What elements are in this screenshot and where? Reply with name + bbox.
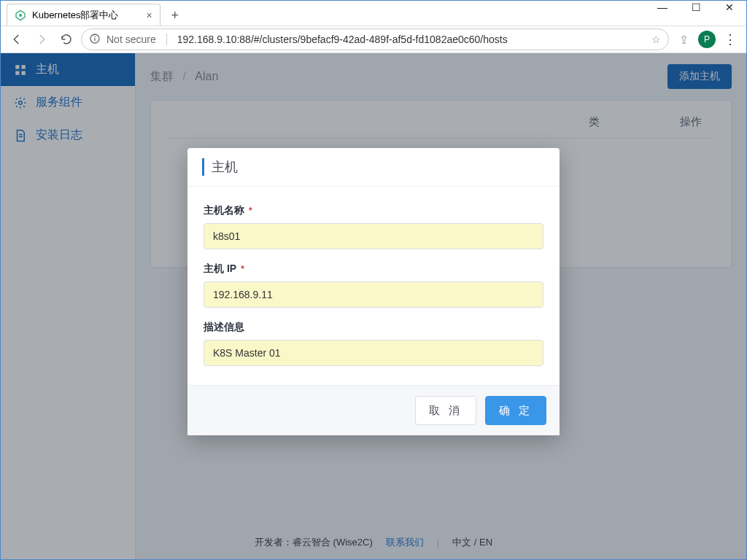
maximize-button[interactable]: ☐ [679, 0, 713, 18]
modal-title: 主机 [202, 158, 545, 176]
required-icon: * [241, 264, 244, 274]
desc-label: 描述信息 [204, 321, 543, 334]
reload-button[interactable] [56, 29, 77, 50]
url-text: 192.168.9.10:88/#/clusters/9befacf9-42ad… [177, 34, 508, 45]
modal-body: 主机名称 * 主机 IP * 描述信息 [187, 187, 560, 385]
cancel-button[interactable]: 取 消 [415, 396, 476, 425]
hostip-input[interactable] [204, 281, 543, 308]
field-desc: 描述信息 [204, 321, 543, 366]
confirm-button[interactable]: 确 定 [485, 396, 546, 425]
tab-title: Kubernetes部署中心 [32, 9, 119, 22]
address-input[interactable]: Not secure 192.168.9.10:88/#/clusters/9b… [81, 28, 669, 50]
browser-menu-button[interactable]: ⋮ [720, 29, 740, 50]
hostname-label: 主机名称 * [204, 204, 543, 217]
k8s-favicon-icon [15, 9, 26, 21]
separator [166, 34, 167, 45]
svg-point-1 [19, 14, 22, 17]
field-hostip: 主机 IP * [204, 262, 543, 308]
back-button[interactable] [7, 29, 27, 50]
star-icon[interactable]: ☆ [651, 34, 661, 45]
share-icon[interactable]: ⇪ [673, 29, 694, 50]
required-icon: * [249, 206, 252, 216]
close-tab-icon[interactable]: × [147, 9, 152, 21]
hostip-label: 主机 IP * [204, 262, 543, 276]
modal-overlay[interactable]: 主机 主机名称 * 主机 IP * [1, 53, 746, 559]
field-hostname: 主机名称 * [204, 204, 543, 249]
hostname-input[interactable] [204, 223, 543, 249]
browser-tab[interactable]: Kubernetes部署中心 × [7, 4, 160, 26]
modal-header: 主机 [187, 148, 560, 187]
close-window-button[interactable]: ✕ [713, 0, 746, 18]
browser-window: Kubernetes部署中心 × + — ☐ ✕ Not secure 192.… [0, 0, 747, 560]
tab-strip: Kubernetes部署中心 × + — ☐ ✕ [1, 1, 746, 26]
modal-footer: 取 消 确 定 [187, 385, 560, 435]
security-status: Not secure [107, 34, 156, 45]
window-controls: — ☐ ✕ [646, 0, 746, 18]
host-modal: 主机 主机名称 * 主机 IP * [187, 148, 560, 435]
desc-input[interactable] [204, 340, 543, 366]
minimize-button[interactable]: — [646, 0, 679, 18]
address-bar: Not secure 192.168.9.10:88/#/clusters/9b… [1, 26, 746, 53]
profile-avatar[interactable]: P [698, 31, 716, 48]
app-body: 主机 服务组件 安装日志 集群 / Alan [1, 53, 746, 559]
forward-button[interactable] [31, 29, 52, 50]
svg-point-4 [94, 35, 96, 36]
info-icon [89, 33, 101, 47]
new-tab-button[interactable]: + [165, 5, 185, 26]
